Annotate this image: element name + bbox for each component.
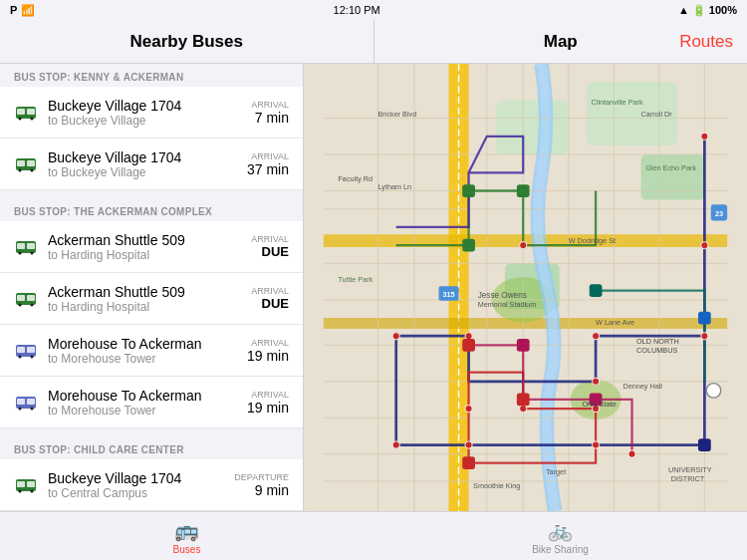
- svg-point-102: [392, 333, 399, 340]
- time-label: Arrival: [247, 338, 289, 348]
- tab-bike-sharing[interactable]: 🚲 Bike Sharing: [374, 518, 747, 555]
- map-area[interactable]: Carroll Dr Bricker Blvd Lytham Ln W Dodr…: [304, 64, 747, 511]
- svg-point-114: [628, 450, 635, 457]
- svg-text:Glen Echo Park: Glen Echo Park: [645, 163, 696, 172]
- svg-text:Tuttle Park: Tuttle Park: [338, 275, 373, 284]
- svg-point-113: [592, 378, 599, 385]
- bus-name: Ackerman Shuttle 509: [48, 284, 251, 300]
- time-label: Departure: [234, 472, 289, 482]
- svg-rect-2: [27, 109, 35, 115]
- time-value: 9 min: [234, 482, 289, 498]
- svg-rect-119: [462, 339, 475, 352]
- time-label: Arrival: [251, 286, 289, 296]
- battery-percent: 100%: [709, 4, 737, 16]
- svg-rect-7: [27, 160, 35, 166]
- svg-text:W Dodridge St: W Dodridge St: [569, 236, 616, 245]
- svg-point-95: [701, 133, 708, 140]
- list-item[interactable]: Morehouse To Ackerman to Morehouse Tower…: [0, 377, 303, 428]
- svg-text:OLD NORTH: OLD NORTH: [636, 337, 679, 346]
- svg-point-104: [592, 333, 599, 340]
- svg-point-99: [592, 441, 599, 448]
- svg-rect-117: [462, 239, 475, 252]
- bus-info: Morehouse To Ackerman to Morehouse Tower: [48, 336, 247, 366]
- time-value: DUE: [251, 244, 289, 259]
- svg-text:Lytham Ln: Lytham Ln: [378, 182, 412, 191]
- svg-rect-21: [17, 347, 25, 353]
- svg-rect-22: [27, 347, 35, 353]
- bus-info: Buckeye Village 1704 to Central Campus: [48, 470, 234, 500]
- bus-list[interactable]: BUS STOP: KENNY & ACKERMAN Buckeye Villa…: [0, 64, 304, 511]
- svg-point-9: [31, 168, 34, 171]
- bus-name: Morehouse To Ackerman: [48, 388, 247, 404]
- svg-point-100: [465, 441, 472, 448]
- svg-text:DISTRICT: DISTRICT: [671, 474, 705, 483]
- list-item[interactable]: Ackerman Shuttle 509 to Harding Hospital…: [0, 273, 303, 325]
- bus-info: Morehouse To Ackerman to Morehouse Tower: [48, 388, 247, 418]
- svg-text:W Lane Ave: W Lane Ave: [596, 318, 634, 327]
- bus-time: Arrival DUE: [251, 286, 289, 311]
- svg-rect-6: [17, 160, 25, 166]
- svg-rect-1: [17, 109, 25, 115]
- svg-rect-116: [517, 184, 530, 197]
- bus-dest: to Harding Hospital: [48, 248, 251, 262]
- bus-dest: to Buckeye Village: [48, 114, 251, 128]
- bus-dest: to Buckeye Village: [48, 165, 247, 179]
- svg-point-14: [31, 251, 34, 254]
- svg-rect-32: [27, 481, 35, 487]
- svg-point-106: [520, 242, 527, 249]
- bus-dest: to Morehouse Tower: [48, 404, 247, 418]
- bus-info: Ackerman Shuttle 509 to Harding Hospital: [48, 284, 251, 314]
- bus-icon: [14, 342, 38, 360]
- tab-bar: 🚌 Buses 🚲 Bike Sharing: [0, 511, 747, 560]
- svg-rect-118: [698, 312, 711, 325]
- bus-time: Arrival 19 min: [247, 390, 289, 416]
- list-item[interactable]: Morehouse To Ackerman to Morehouse Tower…: [0, 325, 303, 377]
- svg-point-24: [31, 355, 34, 358]
- svg-rect-70: [496, 100, 569, 154]
- svg-rect-31: [17, 481, 25, 487]
- time-value: DUE: [251, 296, 289, 311]
- time-value: 19 min: [247, 348, 289, 364]
- tab-buses[interactable]: 🚌 Buses: [0, 518, 374, 555]
- svg-point-4: [31, 117, 34, 120]
- bus-icon: [14, 394, 38, 412]
- svg-text:Jesse Owens: Jesse Owens: [478, 291, 527, 300]
- list-item[interactable]: Buckeye Village 1704 to Buckeye Village …: [0, 139, 303, 190]
- svg-rect-125: [590, 284, 603, 297]
- bus-info: Ackerman Shuttle 509 to Harding Hospital: [48, 232, 251, 262]
- svg-text:Bricker Blvd: Bricker Blvd: [378, 110, 417, 119]
- status-time: 12:10 PM: [334, 4, 380, 16]
- header: Nearby Buses Map Routes: [0, 20, 747, 64]
- routes-button[interactable]: Routes: [679, 32, 733, 52]
- time-value: 37 min: [247, 161, 289, 177]
- bus-time: Arrival 37 min: [247, 151, 289, 177]
- list-item[interactable]: Ackerman Shuttle 509 to Harding Hospital…: [0, 221, 303, 273]
- wifi-icon: 📶: [21, 4, 35, 17]
- nearby-buses-section: Nearby Buses: [0, 20, 374, 63]
- svg-rect-120: [517, 394, 530, 407]
- time-label: Arrival: [251, 234, 289, 244]
- list-item[interactable]: Buckeye Village 1704 to Central Campus D…: [0, 459, 303, 511]
- svg-text:23: 23: [715, 209, 723, 218]
- bus-time: Arrival 19 min: [247, 338, 289, 364]
- battery-icon: 🔋: [692, 4, 706, 17]
- svg-text:Target: Target: [546, 467, 566, 476]
- parking-icon: P: [10, 4, 17, 16]
- section-divider: [0, 190, 303, 198]
- bus-dest: to Harding Hospital: [48, 300, 251, 314]
- svg-point-8: [19, 168, 22, 171]
- bus-dest: to Central Campus: [48, 486, 234, 500]
- svg-point-96: [701, 242, 708, 249]
- svg-text:Ohio State: Ohio State: [582, 400, 616, 409]
- svg-text:Smoothie King: Smoothie King: [473, 481, 520, 490]
- stop-child-care: BUS STOP: CHILD CARE CENTER: [0, 436, 303, 459]
- svg-rect-122: [517, 339, 530, 352]
- bus-info: Buckeye Village 1704 to Buckeye Village: [48, 149, 247, 179]
- svg-point-23: [19, 355, 22, 358]
- time-label: Arrival: [251, 100, 289, 110]
- svg-point-13: [19, 251, 22, 254]
- svg-point-3: [19, 117, 22, 120]
- map-title: Map: [544, 32, 578, 52]
- svg-text:315: 315: [442, 290, 454, 299]
- list-item[interactable]: Buckeye Village 1704 to Buckeye Village …: [0, 87, 303, 139]
